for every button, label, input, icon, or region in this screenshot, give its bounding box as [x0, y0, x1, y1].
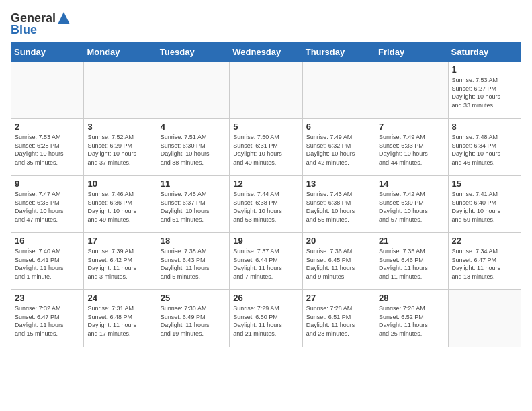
day-info: Sunrise: 7:53 AM Sunset: 6:28 PM Dayligh…: [15, 133, 80, 167]
calendar-cell: 27Sunrise: 7:28 AM Sunset: 6:51 PM Dayli…: [302, 290, 375, 347]
day-number: 25: [161, 293, 226, 303]
calendar-cell: 23Sunrise: 7:32 AM Sunset: 6:47 PM Dayli…: [11, 290, 84, 347]
day-number: 17: [87, 236, 152, 246]
weekday-header-thursday: Thursday: [302, 43, 375, 62]
day-number: 19: [233, 236, 298, 246]
day-number: 20: [306, 236, 371, 246]
day-info: Sunrise: 7:42 AM Sunset: 6:39 PM Dayligh…: [379, 190, 444, 224]
calendar-cell: [375, 62, 448, 119]
day-number: 21: [379, 236, 444, 246]
weekday-header-sunday: Sunday: [11, 43, 84, 62]
day-info: Sunrise: 7:28 AM Sunset: 6:51 PM Dayligh…: [306, 304, 371, 338]
day-number: 10: [87, 179, 152, 189]
calendar-cell: 11Sunrise: 7:45 AM Sunset: 6:37 PM Dayli…: [157, 176, 229, 233]
day-number: 26: [233, 293, 298, 303]
calendar-cell: 1Sunrise: 7:53 AM Sunset: 6:27 PM Daylig…: [448, 62, 521, 119]
calendar-cell: 17Sunrise: 7:39 AM Sunset: 6:42 PM Dayli…: [84, 233, 157, 290]
calendar-header-row: SundayMondayTuesdayWednesdayThursdayFrid…: [11, 43, 521, 62]
day-number: 16: [15, 236, 80, 246]
calendar-cell: 16Sunrise: 7:40 AM Sunset: 6:41 PM Dayli…: [11, 233, 84, 290]
day-info: Sunrise: 7:49 AM Sunset: 6:33 PM Dayligh…: [379, 133, 444, 167]
calendar-cell: 25Sunrise: 7:30 AM Sunset: 6:49 PM Dayli…: [157, 290, 229, 347]
page-header: General Blue: [11, 11, 521, 37]
day-info: Sunrise: 7:50 AM Sunset: 6:31 PM Dayligh…: [233, 133, 298, 167]
calendar-cell: [84, 62, 157, 119]
day-number: 6: [306, 122, 371, 132]
calendar-cell: 8Sunrise: 7:48 AM Sunset: 6:34 PM Daylig…: [448, 119, 521, 176]
logo: General Blue: [11, 11, 72, 37]
calendar-cell: 21Sunrise: 7:35 AM Sunset: 6:46 PM Dayli…: [375, 233, 448, 290]
calendar-cell: 19Sunrise: 7:37 AM Sunset: 6:44 PM Dayli…: [230, 233, 302, 290]
day-info: Sunrise: 7:36 AM Sunset: 6:45 PM Dayligh…: [306, 247, 371, 281]
day-number: 4: [161, 122, 226, 132]
calendar-week-4: 16Sunrise: 7:40 AM Sunset: 6:41 PM Dayli…: [11, 233, 521, 290]
day-number: 23: [15, 293, 80, 303]
day-info: Sunrise: 7:31 AM Sunset: 6:48 PM Dayligh…: [87, 304, 152, 338]
day-number: 12: [233, 179, 298, 189]
calendar-cell: 14Sunrise: 7:42 AM Sunset: 6:39 PM Dayli…: [375, 176, 448, 233]
calendar-cell: 2Sunrise: 7:53 AM Sunset: 6:28 PM Daylig…: [11, 119, 84, 176]
calendar-cell: [11, 62, 84, 119]
day-info: Sunrise: 7:43 AM Sunset: 6:38 PM Dayligh…: [306, 190, 371, 224]
day-info: Sunrise: 7:47 AM Sunset: 6:35 PM Dayligh…: [15, 190, 80, 224]
day-number: 11: [161, 179, 226, 189]
calendar-cell: 9Sunrise: 7:47 AM Sunset: 6:35 PM Daylig…: [11, 176, 84, 233]
calendar-cell: 7Sunrise: 7:49 AM Sunset: 6:33 PM Daylig…: [375, 119, 448, 176]
calendar-cell: [302, 62, 375, 119]
calendar-cell: 12Sunrise: 7:44 AM Sunset: 6:38 PM Dayli…: [230, 176, 302, 233]
calendar-cell: 28Sunrise: 7:26 AM Sunset: 6:52 PM Dayli…: [375, 290, 448, 347]
day-info: Sunrise: 7:49 AM Sunset: 6:32 PM Dayligh…: [306, 133, 371, 167]
calendar-cell: 6Sunrise: 7:49 AM Sunset: 6:32 PM Daylig…: [302, 119, 375, 176]
calendar-cell: 5Sunrise: 7:50 AM Sunset: 6:31 PM Daylig…: [230, 119, 302, 176]
day-info: Sunrise: 7:32 AM Sunset: 6:47 PM Dayligh…: [15, 304, 80, 338]
calendar-cell: 22Sunrise: 7:34 AM Sunset: 6:47 PM Dayli…: [448, 233, 521, 290]
calendar-cell: [230, 62, 302, 119]
calendar-cell: 26Sunrise: 7:29 AM Sunset: 6:50 PM Dayli…: [230, 290, 302, 347]
day-info: Sunrise: 7:30 AM Sunset: 6:49 PM Dayligh…: [161, 304, 226, 338]
day-info: Sunrise: 7:44 AM Sunset: 6:38 PM Dayligh…: [233, 190, 298, 224]
day-number: 27: [306, 293, 371, 303]
day-number: 7: [379, 122, 444, 132]
calendar-cell: 13Sunrise: 7:43 AM Sunset: 6:38 PM Dayli…: [302, 176, 375, 233]
day-info: Sunrise: 7:34 AM Sunset: 6:47 PM Dayligh…: [452, 247, 517, 281]
day-number: 22: [452, 236, 517, 246]
weekday-header-wednesday: Wednesday: [230, 43, 302, 62]
calendar-cell: 15Sunrise: 7:41 AM Sunset: 6:40 PM Dayli…: [448, 176, 521, 233]
calendar-cell: 24Sunrise: 7:31 AM Sunset: 6:48 PM Dayli…: [84, 290, 157, 347]
calendar-week-1: 1Sunrise: 7:53 AM Sunset: 6:27 PM Daylig…: [11, 62, 521, 119]
calendar-cell: [157, 62, 229, 119]
day-info: Sunrise: 7:53 AM Sunset: 6:27 PM Dayligh…: [452, 76, 517, 109]
logo-blue-text: Blue: [11, 23, 37, 37]
day-info: Sunrise: 7:45 AM Sunset: 6:37 PM Dayligh…: [161, 190, 226, 224]
calendar-week-2: 2Sunrise: 7:53 AM Sunset: 6:28 PM Daylig…: [11, 119, 521, 176]
calendar-week-3: 9Sunrise: 7:47 AM Sunset: 6:35 PM Daylig…: [11, 176, 521, 233]
day-info: Sunrise: 7:46 AM Sunset: 6:36 PM Dayligh…: [87, 190, 152, 224]
day-number: 1: [452, 64, 517, 75]
day-info: Sunrise: 7:29 AM Sunset: 6:50 PM Dayligh…: [233, 304, 298, 338]
weekday-header-tuesday: Tuesday: [157, 43, 229, 62]
calendar-cell: 10Sunrise: 7:46 AM Sunset: 6:36 PM Dayli…: [84, 176, 157, 233]
day-info: Sunrise: 7:40 AM Sunset: 6:41 PM Dayligh…: [15, 247, 80, 281]
day-number: 9: [15, 179, 80, 189]
day-info: Sunrise: 7:39 AM Sunset: 6:42 PM Dayligh…: [87, 247, 152, 281]
day-number: 14: [379, 179, 444, 189]
day-info: Sunrise: 7:41 AM Sunset: 6:40 PM Dayligh…: [452, 190, 517, 224]
day-number: 28: [379, 293, 444, 303]
day-number: 5: [233, 122, 298, 132]
day-number: 2: [15, 122, 80, 132]
calendar-cell: 3Sunrise: 7:52 AM Sunset: 6:29 PM Daylig…: [84, 119, 157, 176]
day-info: Sunrise: 7:37 AM Sunset: 6:44 PM Dayligh…: [233, 247, 298, 281]
day-info: Sunrise: 7:35 AM Sunset: 6:46 PM Dayligh…: [379, 247, 444, 281]
calendar-cell: [448, 290, 521, 347]
weekday-header-saturday: Saturday: [448, 43, 521, 62]
calendar-cell: 4Sunrise: 7:51 AM Sunset: 6:30 PM Daylig…: [157, 119, 229, 176]
day-number: 18: [161, 236, 226, 246]
day-number: 3: [87, 122, 152, 132]
calendar-cell: 18Sunrise: 7:38 AM Sunset: 6:43 PM Dayli…: [157, 233, 229, 290]
day-info: Sunrise: 7:48 AM Sunset: 6:34 PM Dayligh…: [452, 133, 517, 167]
day-info: Sunrise: 7:51 AM Sunset: 6:30 PM Dayligh…: [161, 133, 226, 167]
svg-marker-0: [58, 12, 70, 24]
day-info: Sunrise: 7:38 AM Sunset: 6:43 PM Dayligh…: [161, 247, 226, 281]
logo-icon: [56, 11, 71, 26]
day-number: 13: [306, 179, 371, 189]
